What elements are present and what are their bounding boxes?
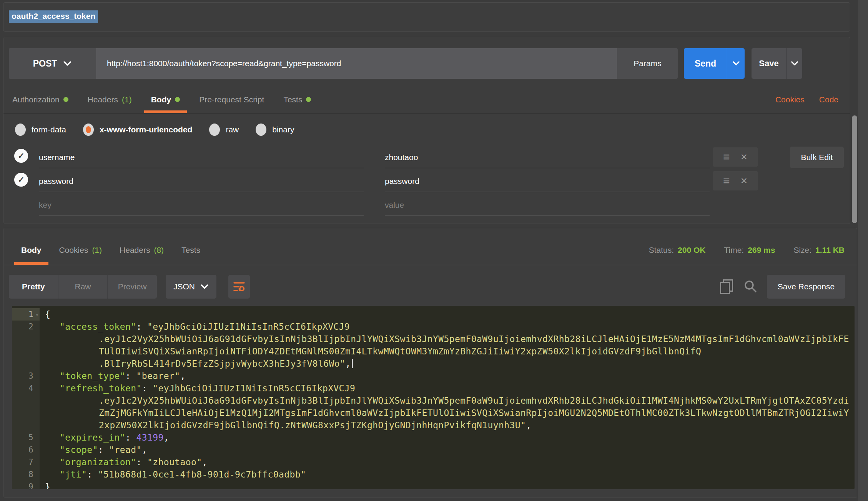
response-tab-tests[interactable]: Tests xyxy=(181,235,200,265)
code-text: "access_token": "eyJhbGciOiJIUzI1NiIsInR… xyxy=(40,321,350,333)
radio-icon xyxy=(83,124,94,136)
params-button[interactable]: Params xyxy=(617,48,678,79)
search-response-button[interactable] xyxy=(743,279,758,294)
copy-response-button[interactable] xyxy=(720,279,733,294)
fold-caret-icon[interactable]: ▾ xyxy=(35,309,39,321)
value-field[interactable]: zhoutaoo xyxy=(385,147,710,168)
cookies-link[interactable]: Cookies xyxy=(775,95,805,104)
request-tab-authorization[interactable]: Authorization xyxy=(12,86,68,113)
bulk-edit-button[interactable]: Bulk Edit xyxy=(790,147,844,168)
code-text: "organization": "zhoutaoo", xyxy=(40,456,208,468)
response-body-viewer[interactable]: 1▾{2"access_token": "eyJhbGciOiJIUzI1NiI… xyxy=(12,306,855,489)
request-tab-body[interactable]: Body xyxy=(151,86,180,113)
code-text: "refresh_token": "eyJhbGciOiJIUzI1NiIsIn… xyxy=(40,382,355,394)
response-tabs-row: BodyCookies(1)Headers(8)Tests Status:200… xyxy=(3,235,857,265)
checkbox-checked-icon[interactable]: ✓ xyxy=(14,173,28,187)
line-number-text: 8 xyxy=(28,470,33,479)
key-field[interactable]: username xyxy=(39,147,364,168)
code-link[interactable]: Code xyxy=(819,95,838,104)
json-key: "token_type" xyxy=(60,371,125,381)
save-options-button[interactable] xyxy=(786,48,802,79)
checkbox-col xyxy=(14,197,31,214)
meta-value: 200 OK xyxy=(678,245,705,254)
response-time-meta: Time:269 ms xyxy=(724,245,775,255)
drag-handle-icon[interactable]: ≡ xyxy=(723,175,730,187)
response-size-meta: Size:1.11 KB xyxy=(793,245,845,255)
code-line: 5"expires_in": 43199, xyxy=(12,431,855,444)
body-mode-raw[interactable]: raw xyxy=(209,124,239,136)
remove-row-icon[interactable]: ✕ xyxy=(740,177,748,185)
row-actions: ≡✕ xyxy=(713,171,758,190)
remove-row-icon[interactable]: ✕ xyxy=(740,153,748,162)
checkbox-col: ✓ xyxy=(14,149,31,166)
key-field[interactable]: password xyxy=(39,170,364,192)
radio-icon xyxy=(256,124,266,136)
request-tabs-row: AuthorizationHeaders(1)BodyPre-request S… xyxy=(3,86,850,114)
form-data-rows: ✓usernamezhoutaoo≡✕✓passwordpassword≡✕ke… xyxy=(3,147,850,218)
code-text: .eyJ1c2VyX25hbWUiOiJ6aG91dGFvbyIsInNjb3B… xyxy=(40,394,849,407)
line-number-text: 4 xyxy=(28,384,33,393)
json-punctuation: : xyxy=(136,322,147,332)
chevron-down-icon xyxy=(791,61,798,66)
json-key: "access_token" xyxy=(60,322,136,332)
json-string: .eyJ1c2VyX25hbWUiOiJ6aG91dGFvbyIsInNjb3B… xyxy=(99,334,849,344)
word-wrap-button[interactable] xyxy=(228,275,250,299)
url-input[interactable]: http://host1:8000/oauth/token?scope=read… xyxy=(96,48,617,79)
body-mode-radios: form-datax-www-form-urlencodedrawbinary xyxy=(15,120,294,140)
line-number: 6 xyxy=(12,444,40,456)
line-number: 8 xyxy=(12,468,40,481)
chevron-down-icon xyxy=(200,284,209,290)
drag-handle-icon[interactable]: ≡ xyxy=(723,151,730,163)
method-dropdown[interactable]: POST xyxy=(9,48,96,79)
request-tab-pre-request-script[interactable]: Pre-request Script xyxy=(199,86,264,113)
json-punctuation: , xyxy=(345,359,351,369)
json-punctuation: , xyxy=(180,371,185,381)
line-number-text: 1 xyxy=(28,310,33,319)
tab-label: Headers xyxy=(88,95,118,104)
save-response-button[interactable]: Save Response xyxy=(767,275,845,299)
json-string: "eyJhbGciOiJIUzI1NiIsInR5cCI6IkpXVCJ9 xyxy=(147,322,350,332)
body-mode-x-www-form-urlencoded[interactable]: x-www-form-urlencoded xyxy=(83,124,193,136)
body-mode-binary[interactable]: binary xyxy=(256,124,294,136)
radio-icon xyxy=(15,124,26,136)
code-line: ZmZjMGFkYmIiLCJleHAiOjE1MzQ1MjI2MTgsImF1… xyxy=(12,407,855,419)
form-data-editor: ✓usernamezhoutaoo≡✕✓passwordpassword≡✕ke… xyxy=(3,147,850,218)
code-text: "scope": "read", xyxy=(40,444,147,456)
json-string: ZmZjMGFkYmIiLCJleHAiOjE1MzQ1MjI2MTgsImF1… xyxy=(99,408,849,418)
checkbox-checked-icon[interactable]: ✓ xyxy=(14,149,28,163)
format-dropdown[interactable]: JSON xyxy=(166,275,216,299)
response-tabs: BodyCookies(1)Headers(8)Tests xyxy=(21,235,200,265)
send-button[interactable]: Send xyxy=(684,48,727,79)
form-data-row: ✓passwordpassword≡✕ xyxy=(3,170,850,194)
line-number xyxy=(12,333,40,345)
view-mode-preview[interactable]: Preview xyxy=(107,275,157,299)
value-field[interactable]: value xyxy=(385,194,710,216)
line-number-text: 7 xyxy=(28,458,33,467)
code-line: TUlOIiwiSVQiXSwianRpIjoiNTFiODY4ZDEtMGNl… xyxy=(12,345,855,357)
json-number: 43199 xyxy=(136,433,163,443)
key-field[interactable]: key xyxy=(39,194,364,216)
word-wrap-icon xyxy=(233,281,246,293)
response-tab-headers[interactable]: Headers(8) xyxy=(120,235,164,265)
json-string: 2xpZW50X2lkIjoidGVzdF9jbGllbnQifQ.zNtWWG… xyxy=(99,420,526,430)
green-dot-icon xyxy=(175,97,180,102)
view-mode-pretty[interactable]: Pretty xyxy=(9,275,58,299)
meta-label: Size: xyxy=(793,245,811,254)
json-key: "jti" xyxy=(60,469,87,479)
tab-count-badge: (8) xyxy=(154,245,164,255)
code-line: 4"refresh_token": "eyJhbGciOiJIUzI1NiIsI… xyxy=(12,382,855,394)
tab-title[interactable]: oauth2_access_token xyxy=(9,10,98,23)
code-text: ZmZjMGFkYmIiLCJleHAiOjE1MzQ1MjI2MTgsImF1… xyxy=(40,407,849,419)
response-tab-body[interactable]: Body xyxy=(21,235,42,265)
response-tab-cookies[interactable]: Cookies(1) xyxy=(59,235,102,265)
request-tab-headers[interactable]: Headers(1) xyxy=(88,86,132,113)
checkbox-col: ✓ xyxy=(14,173,31,190)
body-mode-form-data[interactable]: form-data xyxy=(15,124,66,136)
save-button[interactable]: Save xyxy=(752,48,786,79)
value-field[interactable]: password xyxy=(385,170,710,192)
send-options-button[interactable] xyxy=(727,48,745,79)
request-tab-tests[interactable]: Tests xyxy=(283,86,311,113)
url-row: POST http://host1:8000/oauth/token?scope… xyxy=(9,48,802,79)
view-mode-raw[interactable]: Raw xyxy=(58,275,108,299)
scrollbar-thumb[interactable] xyxy=(852,115,857,223)
